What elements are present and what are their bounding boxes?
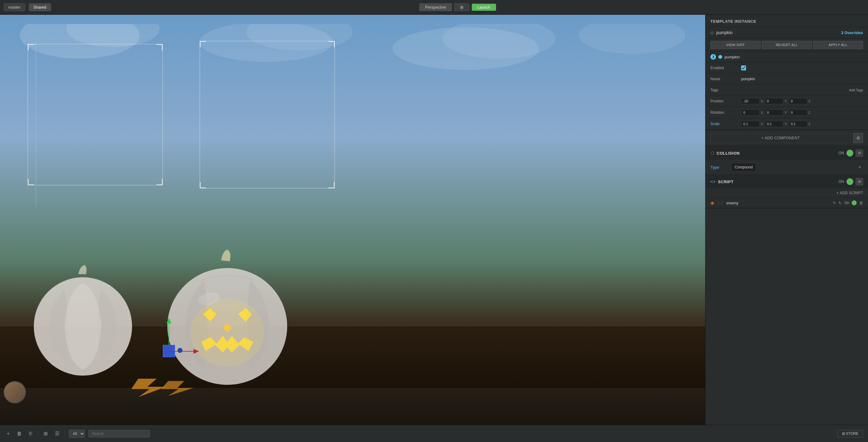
collision-header[interactable]: ⬡ COLLISION ON ⚙ [706, 146, 868, 160]
script-drag-handle[interactable]: ⋮⋮ [717, 201, 724, 205]
filter-select[interactable]: All [69, 430, 85, 438]
rotation-y-input[interactable] [765, 110, 783, 116]
collision-type-select-wrapper: Compound Box Sphere Mesh [731, 163, 863, 172]
viewport[interactable] [0, 15, 705, 425]
gizmo-y-axis [168, 320, 169, 345]
overrides-badge: 3 Overrides [841, 30, 863, 35]
entity-name-label: pumpkin [716, 30, 733, 35]
svg-point-6 [579, 24, 685, 54]
sky-clouds [0, 24, 705, 73]
script-item-enemy: ◉ ⋮⋮ enemy ✎ ↻ On 🗑 [706, 198, 868, 208]
revert-all-btn[interactable]: REVERT ALL [762, 41, 812, 49]
collision-type-label: Type [710, 165, 729, 170]
add-script-btn[interactable]: + ADD SCRIPT [836, 191, 863, 195]
script-edit-icon[interactable]: ✎ [833, 201, 836, 205]
rotation-label: Rotation [710, 110, 741, 115]
script-title: SCRIPT [718, 179, 836, 184]
entity-header: 3 pumpkin [706, 52, 868, 62]
prop-scale-row: Scale X Y Z [706, 118, 868, 130]
rotation-y-label: Y [784, 111, 786, 114]
position-x-label: X [761, 99, 763, 103]
bottom-bar: + 🗑 ⎘ ⊞ ☰ All ⊞ STORE [0, 425, 868, 442]
script-enemy-delete-btn[interactable]: 🗑 [859, 201, 863, 205]
position-z-input[interactable] [789, 98, 807, 104]
script-enemy-status-dot[interactable] [852, 200, 857, 205]
prop-enabled-row: Enabled [706, 62, 868, 73]
pumpkin-left [25, 265, 141, 388]
scale-coords: X Y Z [741, 121, 863, 127]
add-entity-btn[interactable]: + [5, 430, 11, 438]
position-coords: X Y Z [741, 98, 863, 104]
top-bar-left: master Shared [4, 3, 51, 11]
tags-label: Tags [710, 88, 741, 92]
template-entity-name: ◇ pumpkin [710, 30, 733, 35]
scale-label: Scale [710, 122, 741, 126]
script-enemy-icon: ◉ [710, 200, 714, 205]
prop-tags-row: Tags Add Tags [706, 85, 868, 96]
add-component-row: + ADD COMPONENT ⚙ [706, 130, 868, 146]
collision-type-select[interactable]: Compound Box Sphere Mesh [731, 163, 756, 172]
script-enemy-name: enemy [726, 201, 830, 205]
script-refresh-icon[interactable]: ↻ [838, 201, 842, 205]
gizmo-z-dot[interactable] [178, 348, 182, 353]
scale-x-label: X [761, 122, 763, 126]
scale-z-label: Z [808, 122, 811, 126]
position-x-input[interactable] [741, 98, 760, 104]
view-diff-btn[interactable]: VIEW DIFF [710, 41, 761, 49]
add-tags-btn[interactable]: Add Tags [849, 88, 863, 92]
diamond-icon: ◇ [710, 30, 714, 35]
rotation-z-input[interactable] [789, 110, 807, 116]
grid-view-btn[interactable]: ⊞ [42, 430, 50, 438]
collision-toggle[interactable] [846, 150, 853, 156]
add-script-row: + ADD SCRIPT [706, 188, 868, 198]
transform-gizmo[interactable] [151, 320, 187, 363]
top-bar: master Shared Perspective ⊞ Launch [0, 0, 868, 15]
list-view-btn[interactable]: ☰ [53, 430, 61, 438]
apply-all-btn[interactable]: APPLY ALL [813, 41, 863, 49]
script-settings-btn[interactable]: ⚙ [856, 178, 863, 185]
prop-name-row: Name pumpkin [706, 73, 868, 85]
name-label: Name [710, 77, 741, 81]
scale-z-input[interactable] [789, 121, 807, 127]
top-bar-center: Perspective ⊞ Launch [51, 3, 864, 11]
badge-count: 3 [710, 54, 716, 60]
store-btn[interactable]: ⊞ STORE [837, 430, 863, 437]
tab-master[interactable]: master [4, 3, 25, 11]
rotation-x-label: X [761, 111, 763, 114]
view-perspective-btn[interactable]: Perspective [419, 3, 452, 11]
script-header[interactable]: <> SCRIPT ON ⚙ [706, 175, 868, 188]
name-value: pumpkin [741, 77, 863, 81]
collision-title: COLLISION [717, 151, 836, 155]
position-label: Position [710, 99, 741, 103]
collision-settings-btn[interactable]: ⚙ [856, 149, 863, 157]
rotation-x-input[interactable] [741, 110, 760, 116]
bottom-divider-1 [38, 430, 38, 437]
rotation-coords: X Y Z [741, 110, 863, 116]
position-y-input[interactable] [765, 98, 783, 104]
scale-y-input[interactable] [765, 121, 783, 127]
tab-shared[interactable]: Shared [29, 3, 51, 11]
entity-enabled-dot[interactable] [718, 55, 722, 59]
collision-type-row: Type Compound Box Sphere Mesh [706, 160, 868, 175]
collision-on-label: ON [838, 151, 844, 155]
search-input[interactable] [89, 430, 150, 437]
viewport-guide-line [36, 42, 36, 208]
position-z-label: Z [808, 99, 811, 103]
user-avatar[interactable] [4, 381, 26, 403]
launch-btn[interactable]: Launch [472, 4, 496, 11]
scale-x-input[interactable] [741, 121, 760, 127]
add-component-btn[interactable]: + ADD COMPONENT [710, 133, 851, 143]
gizmo-y-arrow [166, 318, 172, 323]
enabled-checkbox[interactable] [741, 65, 746, 70]
component-settings-icon-btn[interactable]: ⚙ [853, 133, 863, 143]
duplicate-entity-btn[interactable]: ⎘ [27, 430, 34, 438]
script-component: <> SCRIPT ON ⚙ + ADD SCRIPT ◉ ⋮⋮ enemy ✎… [706, 175, 868, 208]
scale-y-label: Y [784, 122, 786, 126]
delete-entity-btn[interactable]: 🗑 [15, 430, 24, 438]
entity-name-text: pumpkin [724, 55, 740, 59]
script-toggle[interactable] [846, 178, 853, 185]
view-icon-btn[interactable]: ⊞ [454, 3, 469, 11]
position-y-label: Y [784, 99, 786, 103]
action-buttons-row: VIEW DIFF REVERT ALL APPLY ALL [706, 38, 868, 52]
script-icon: <> [710, 179, 715, 184]
